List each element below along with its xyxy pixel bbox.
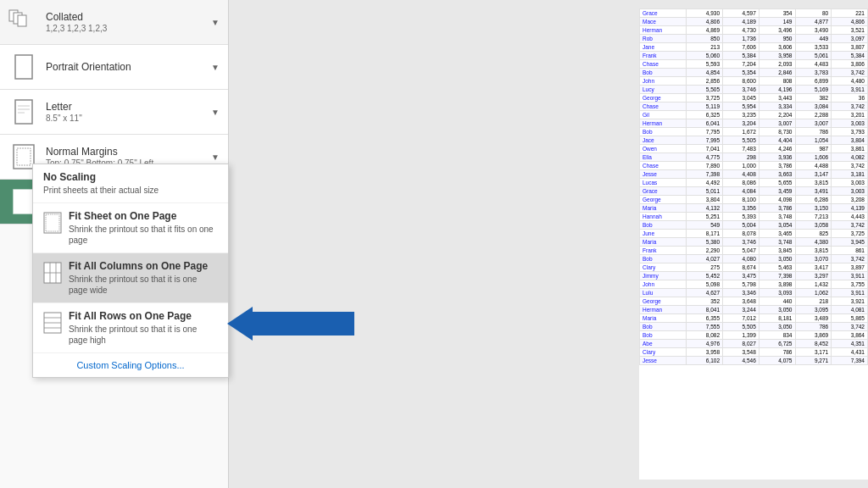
table-row: Maria5,3803,7463,7484,3803,945	[640, 238, 868, 247]
fit-columns-item[interactable]: Fit All Columns on One Page Shrink the p…	[33, 253, 228, 303]
table-row: Maria6,3557,0128,1813,4895,865	[640, 314, 868, 323]
table-cell: 449	[795, 35, 832, 43]
table-cell: 4,806	[687, 18, 723, 26]
table-cell: 7,213	[795, 213, 832, 221]
table-cell: 3,958	[759, 52, 795, 60]
table-cell: 213	[687, 43, 723, 52]
table-cell: 3,070	[795, 255, 832, 263]
table-cell: 218	[795, 297, 832, 306]
table-cell: Herman	[640, 119, 687, 128]
table-row: Clary3,9583,5487863,1714,431	[640, 348, 868, 357]
arrow-head	[227, 307, 253, 341]
table-cell: Lucas	[640, 179, 687, 187]
table-cell: 7,398	[687, 170, 723, 179]
table-cell: Frank	[640, 247, 687, 255]
orientation-dropdown-arrow: ▼	[211, 63, 220, 72]
table-cell: 3,491	[795, 187, 832, 196]
table-cell: 2,204	[759, 111, 795, 119]
table-cell: 8,674	[723, 263, 760, 272]
table-cell: 7,398	[759, 272, 795, 280]
table-cell: 7,555	[687, 323, 723, 331]
table-cell: 861	[832, 247, 868, 255]
table-cell: 4,080	[723, 255, 760, 263]
table-cell: 3,648	[723, 297, 760, 306]
fit-rows-text: Fit All Rows on One Page Shrink the prin…	[69, 310, 218, 346]
table-row: Jace7,9955,5054,4041,0543,804	[640, 136, 868, 145]
collated-text: Collated 1,2,3 1,2,3 1,2,3	[46, 11, 204, 33]
table-cell: 4,877	[795, 18, 832, 26]
table-cell: 7,012	[723, 314, 760, 323]
table-row: Lucas4,4928,0865,6553,8153,003	[640, 179, 868, 187]
table-cell: 3,911	[832, 86, 868, 94]
table-cell: 3,171	[795, 348, 832, 357]
table-cell: 5,463	[759, 263, 795, 272]
table-cell: 5,655	[759, 179, 795, 187]
table-cell: Bob	[640, 255, 687, 263]
table-cell: 4,480	[832, 77, 868, 86]
table-cell: 3,606	[759, 43, 795, 52]
table-cell: 3,958	[687, 348, 723, 357]
table-cell: 3,003	[832, 179, 868, 187]
table-cell: George	[640, 196, 687, 204]
spreadsheet-table: Grace4,9304,59735480221Mace4,8064,189149…	[639, 8, 868, 365]
table-cell: 3,244	[723, 306, 760, 314]
table-row: George3523,6484402183,921	[640, 297, 868, 306]
table-cell: Bob	[640, 323, 687, 331]
table-row: Jimmy5,4523,4757,3983,2973,911	[640, 272, 868, 280]
table-cell: Lulu	[640, 289, 687, 297]
table-row: Lucy5,5053,7464,1965,1693,911	[640, 86, 868, 94]
table-row: George3,7253,0453,44338236	[640, 94, 868, 103]
table-cell: 3,861	[832, 145, 868, 153]
table-row: Jane2137,6063,6063,5333,807	[640, 43, 868, 52]
table-cell: 4,196	[759, 86, 795, 94]
table-cell: 8,181	[759, 314, 795, 323]
table-cell: Gil	[640, 111, 687, 119]
table-cell: 5,954	[723, 103, 760, 111]
paper-dropdown-arrow: ▼	[211, 108, 220, 117]
table-cell: 5,505	[687, 86, 723, 94]
table-row: Jesse6,1024,5464,0759,2717,394	[640, 357, 868, 365]
table-cell: 3,201	[832, 111, 868, 119]
table-cell: 6,725	[759, 340, 795, 348]
table-row: Abe4,9768,0276,7258,4524,351	[640, 340, 868, 348]
table-row: Grace5,0114,0843,4593,4913,003	[640, 187, 868, 196]
orientation-option[interactable]: Portrait Orientation ▼	[0, 45, 228, 90]
paper-option[interactable]: Letter 8.5" x 11" ▼	[0, 90, 228, 135]
table-row: Lulu4,6273,3463,0931,0623,911	[640, 289, 868, 297]
paper-text: Letter 8.5" x 11"	[46, 101, 204, 123]
table-row: Bob4,0274,0803,0503,0703,742	[640, 255, 868, 263]
table-cell: 3,097	[832, 35, 868, 43]
table-cell: 5,452	[687, 272, 723, 280]
table-cell: 8,082	[687, 331, 723, 340]
table-cell: 5,011	[687, 187, 723, 196]
table-cell: 7,995	[687, 136, 723, 145]
table-cell: 8,086	[723, 179, 760, 187]
table-cell: 4,546	[723, 357, 760, 365]
table-cell: Mace	[640, 18, 687, 26]
table-cell: Chase	[640, 60, 687, 69]
custom-scaling-item[interactable]: Custom Scaling Options...	[33, 353, 228, 377]
table-row: John5,0985,7983,8981,4323,755	[640, 280, 868, 289]
table-row: Owen7,0417,4834,2469873,861	[640, 145, 868, 153]
table-row: Clary2758,6745,4633,4173,897	[640, 263, 868, 272]
table-cell: 3,725	[832, 230, 868, 238]
collated-option[interactable]: Collated 1,2,3 1,2,3 1,2,3 ▼	[0, 0, 228, 45]
table-cell: 5,047	[723, 247, 760, 255]
table-cell: 6,325	[687, 111, 723, 119]
table-cell: 3,742	[832, 103, 868, 111]
table-cell: 7,483	[723, 145, 760, 153]
table-cell: 3,742	[832, 162, 868, 170]
fit-rows-item[interactable]: Fit All Rows on One Page Shrink the prin…	[33, 303, 228, 353]
fit-sheet-item[interactable]: Fit Sheet on One Page Shrink the printou…	[33, 203, 228, 253]
table-row: George3,8048,1004,0986,2863,208	[640, 196, 868, 204]
table-cell: 149	[759, 18, 795, 26]
table-row: Bob8,0821,3998343,8693,864	[640, 331, 868, 340]
table-row: Chase5,1195,9543,3343,0843,742	[640, 103, 868, 111]
table-cell: Jimmy	[640, 272, 687, 280]
no-scaling-item[interactable]: No Scaling Print sheets at their actual …	[33, 164, 228, 203]
table-cell: 4,246	[759, 145, 795, 153]
table-cell: June	[640, 230, 687, 238]
table-cell: 1,399	[723, 331, 760, 340]
table-cell: 3,804	[687, 196, 723, 204]
table-cell: 3,356	[723, 204, 760, 213]
